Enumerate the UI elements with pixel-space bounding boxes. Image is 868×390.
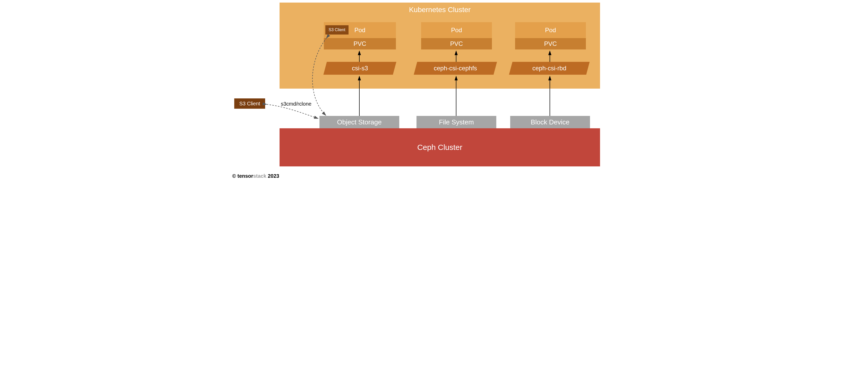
storage-type-object: Object Storage xyxy=(319,116,399,128)
pvc-box-1: PVC xyxy=(324,38,396,50)
storage-type-object-label: Object Storage xyxy=(337,118,381,126)
pvc-label: PVC xyxy=(450,40,463,48)
copyright-suffix: 2023 xyxy=(267,173,279,179)
kubernetes-cluster-title: Kubernetes Cluster xyxy=(280,6,600,14)
external-s3-client-box: S3 Client xyxy=(234,98,265,109)
s3-tools-edge-label: s3cmd/rclone xyxy=(281,101,311,107)
storage-type-block-label: Block Device xyxy=(531,118,569,126)
copyright-prefix: © tensor xyxy=(232,173,253,179)
ceph-cluster-box: Ceph Cluster xyxy=(280,128,600,167)
diagram-canvas: Kubernetes Cluster Pod S3 Client PVC csi… xyxy=(230,0,638,185)
csi-driver-2-label: ceph-csi-cephfs xyxy=(434,65,477,72)
pvc-box-2: PVC xyxy=(421,38,492,50)
copyright-gray: stack xyxy=(253,173,266,179)
storage-type-block: Block Device xyxy=(510,116,590,128)
external-s3-client-label: S3 Client xyxy=(239,101,260,107)
csi-driver-3-label: ceph-csi-rbd xyxy=(532,65,566,72)
csi-driver-1: csi-s3 xyxy=(323,62,396,75)
pod-box-2: Pod xyxy=(421,22,492,38)
pvc-label: PVC xyxy=(544,40,557,48)
storage-type-filesystem-label: File System xyxy=(439,118,474,126)
pod-box-1: Pod S3 Client xyxy=(324,22,396,38)
csi-driver-2: ceph-csi-cephfs xyxy=(414,62,497,75)
ceph-cluster-title: Ceph Cluster xyxy=(417,143,462,152)
csi-driver-1-label: csi-s3 xyxy=(352,65,368,72)
pvc-label: PVC xyxy=(353,40,366,48)
pvc-box-3: PVC xyxy=(515,38,586,50)
pod-box-3: Pod xyxy=(515,22,586,38)
csi-driver-3: ceph-csi-rbd xyxy=(509,62,589,75)
s3-client-badge-label: S3 Client xyxy=(329,28,345,32)
pod-label: Pod xyxy=(354,27,366,34)
pod-label: Pod xyxy=(451,27,462,34)
copyright-text: © tensorstack 2023 xyxy=(232,173,279,179)
pod-label: Pod xyxy=(545,27,556,34)
s3-client-badge: S3 Client xyxy=(326,25,348,34)
storage-type-filesystem: File System xyxy=(416,116,496,128)
